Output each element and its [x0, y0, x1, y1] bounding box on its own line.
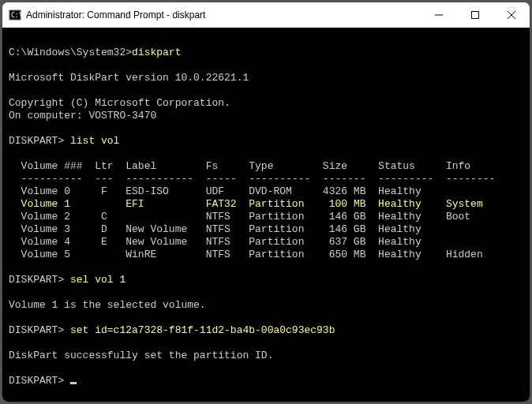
table-row: Volume 2 C NTFS Partition 146 GB Healthy…: [9, 211, 470, 223]
table-row: Volume 5 WinRE NTFS Partition 650 MB Hea…: [9, 249, 483, 260]
svg-rect-3: [472, 12, 479, 19]
computer-line: On computer: VOSTRO-3470: [9, 110, 156, 122]
cmd-diskpart: diskpart: [132, 47, 181, 58]
table-divider: ---------- --- ----------- ----- -------…: [9, 173, 495, 185]
table-row: Volume 0 F ESD-ISO UDF DVD-ROM 4326 MB H…: [9, 185, 421, 197]
sel-response: Volume 1 is the selected volume.: [9, 299, 206, 311]
version-line: Microsoft DiskPart version 10.0.22621.1: [9, 72, 249, 84]
svg-text:C:\: C:\: [11, 12, 21, 19]
dp-prompt: DISKPART>: [9, 375, 70, 387]
table-row: Volume 3 D New Volume NTFS Partition 146…: [9, 223, 421, 235]
maximize-button[interactable]: [457, 2, 493, 28]
dp-prompt: DISKPART>: [9, 324, 70, 336]
cmd-icon: C:\: [9, 9, 21, 21]
cmd-sel-vol: sel vol 1: [70, 274, 126, 286]
close-button[interactable]: [493, 2, 530, 28]
set-response: DiskPart successfully set the partition …: [9, 350, 273, 361]
dp-prompt: DISKPART>: [9, 135, 70, 147]
table-row-highlight: Volume 1 EFI FAT32 Partition 100 MB Heal…: [9, 198, 483, 210]
table-header: Volume ### Ltr Label Fs Type Size Status…: [9, 160, 470, 172]
cmd-window: C:\ Administrator: Command Prompt - disk…: [2, 2, 530, 402]
cmd-list-vol: list vol: [70, 135, 119, 147]
minimize-button[interactable]: [421, 2, 457, 28]
dp-prompt: DISKPART>: [9, 274, 70, 286]
cmd-set-id: set id=c12a7328-f81f-11d2-ba4b-00a0c93ec…: [70, 324, 335, 336]
copyright-line: Copyright (C) Microsoft Corporation.: [9, 97, 230, 109]
table-row: Volume 4 E New Volume NTFS Partition 637…: [9, 236, 421, 248]
prompt-path: C:\Windows\System32>: [9, 47, 132, 58]
window-title: Administrator: Command Prompt - diskpart: [26, 9, 205, 21]
cursor: [70, 382, 77, 384]
titlebar[interactable]: C:\ Administrator: Command Prompt - disk…: [2, 2, 530, 28]
terminal-output[interactable]: C:\Windows\System32>diskpart Microsoft D…: [2, 28, 530, 402]
